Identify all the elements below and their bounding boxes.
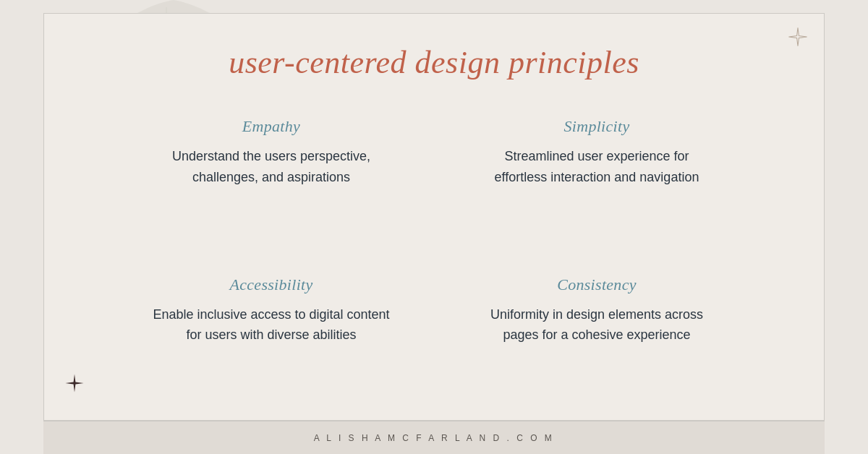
consistency-description: Uniformity in design elements across pag… [477,304,716,346]
principle-accessibility: Accessibility Enable inclusive access to… [109,262,434,421]
accessibility-description: Enable inclusive access to digital conte… [152,304,391,346]
principle-empathy: Empathy Understand the users perspective… [109,104,434,262]
sparkle-bottom-left-icon [64,373,85,397]
simplicity-title: Simplicity [564,117,630,136]
main-card: user-centered design principles Empathy … [43,13,825,421]
page-title: user-centered design principles [229,44,639,81]
footer-text: A L I S H A M C F A R L A N D . C O M [314,433,555,443]
empathy-description: Understand the users perspective, challe… [152,146,391,188]
footer-bar: A L I S H A M C F A R L A N D . C O M [43,421,825,454]
page-container: user-centered design principles Empathy … [0,0,868,454]
simplicity-description: Streamlined user experience for effortle… [477,146,716,188]
accessibility-title: Accessibility [229,275,312,294]
principle-consistency: Consistency Uniformity in design element… [434,262,760,421]
sparkle-top-right-icon [788,27,808,50]
principles-grid: Empathy Understand the users perspective… [109,104,760,420]
empathy-title: Empathy [242,117,300,136]
principle-simplicity: Simplicity Streamlined user experience f… [434,104,760,262]
consistency-title: Consistency [557,275,637,294]
